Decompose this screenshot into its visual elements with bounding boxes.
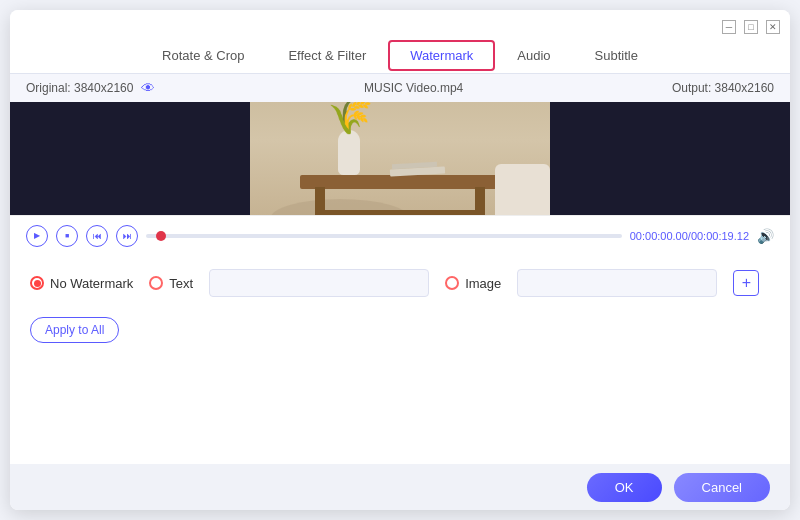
- close-button[interactable]: ✕: [766, 20, 780, 34]
- footer: OK Cancel: [10, 464, 790, 510]
- bottom-spacer: [10, 351, 790, 464]
- tab-rotate-crop[interactable]: Rotate & Crop: [140, 40, 266, 71]
- time-display: 00:00:00.00/00:00:19.12: [630, 230, 749, 242]
- tab-effect-filter[interactable]: Effect & Filter: [266, 40, 388, 71]
- info-bar: Original: 3840x2160 👁 MUSIC Video.mp4 Ou…: [10, 74, 790, 102]
- skip-forward-button[interactable]: ⏭: [116, 225, 138, 247]
- stop-button[interactable]: ■: [56, 225, 78, 247]
- progress-bar[interactable]: [146, 234, 622, 238]
- title-bar: ─ □ ✕: [10, 10, 790, 38]
- progress-indicator: [156, 231, 166, 241]
- no-watermark-label: No Watermark: [50, 276, 133, 291]
- window-controls: ─ □ ✕: [722, 20, 780, 34]
- watermark-options-row: No Watermark Text Image +: [30, 269, 770, 297]
- tab-subtitle[interactable]: Subtitle: [573, 40, 660, 71]
- info-left: Original: 3840x2160 👁: [26, 80, 155, 96]
- image-watermark-input[interactable]: [517, 269, 717, 297]
- main-window: ─ □ ✕ Rotate & Crop Effect & Filter Wate…: [10, 10, 790, 510]
- scene: 🌾: [250, 102, 550, 215]
- play-button[interactable]: ▶: [26, 225, 48, 247]
- eye-icon[interactable]: 👁: [141, 80, 155, 96]
- text-label: Text: [169, 276, 193, 291]
- controls-bar: ▶ ■ ⏮ ⏭ 00:00:00.00/00:00:19.12 🔊: [10, 215, 790, 255]
- video-preview-area: 🌾: [10, 102, 790, 215]
- volume-icon[interactable]: 🔊: [757, 228, 774, 244]
- text-radio[interactable]: [149, 276, 163, 290]
- minimize-button[interactable]: ─: [722, 20, 736, 34]
- image-option[interactable]: Image: [445, 276, 501, 291]
- video-thumbnail: 🌾: [250, 102, 550, 215]
- ok-button[interactable]: OK: [587, 473, 662, 502]
- cancel-button[interactable]: Cancel: [674, 473, 770, 502]
- original-resolution: Original: 3840x2160: [26, 81, 133, 95]
- apply-to-all-button[interactable]: Apply to All: [30, 317, 119, 343]
- tab-bar: Rotate & Crop Effect & Filter Watermark …: [10, 38, 790, 74]
- file-name: MUSIC Video.mp4: [155, 81, 671, 95]
- text-option[interactable]: Text: [149, 276, 193, 291]
- no-watermark-radio[interactable]: [30, 276, 44, 290]
- image-label: Image: [465, 276, 501, 291]
- maximize-button[interactable]: □: [744, 20, 758, 34]
- no-watermark-option[interactable]: No Watermark: [30, 276, 133, 291]
- watermark-options-area: No Watermark Text Image + Apply to All: [10, 255, 790, 351]
- skip-back-button[interactable]: ⏮: [86, 225, 108, 247]
- text-watermark-input[interactable]: [209, 269, 429, 297]
- tab-audio[interactable]: Audio: [495, 40, 572, 71]
- image-radio[interactable]: [445, 276, 459, 290]
- output-resolution: Output: 3840x2160: [672, 81, 774, 95]
- add-image-button[interactable]: +: [733, 270, 759, 296]
- tab-watermark[interactable]: Watermark: [388, 40, 495, 71]
